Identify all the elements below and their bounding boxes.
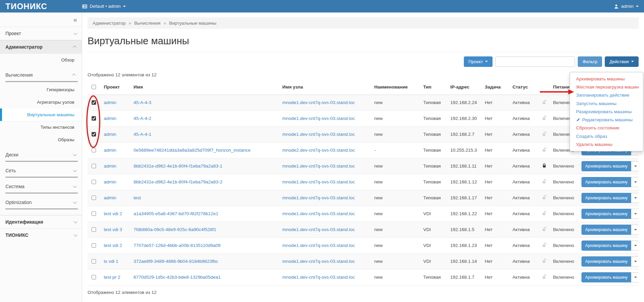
column-header-ip[interactable]: IP-адрес — [448, 79, 482, 95]
row-checkbox[interactable] — [92, 227, 96, 232]
table-row[interactable]: test vdi 2 7707de57-126d-4bbb-a00b-81351… — [88, 237, 639, 253]
menu-item[interactable]: Запустить машины — [570, 99, 643, 107]
table-row[interactable]: admin 45-A-4-2 mnode1.dev-cnt7q-ovs-03.s… — [88, 110, 639, 126]
menu-item[interactable]: Создать образ — [570, 132, 643, 140]
row-checkbox[interactable] — [92, 211, 96, 216]
table-row[interactable]: test vdi 2 a1a34905-e5a8-4367-bd70-f82f2… — [88, 206, 639, 222]
brand-logo[interactable]: ТИОНИКС — [0, 2, 82, 11]
project-link[interactable]: admin — [104, 148, 116, 153]
sidebar-item-virtual-machines[interactable]: Виртуальные машины — [0, 108, 82, 121]
row-checkbox[interactable] — [92, 164, 96, 168]
breadcrumb-link-admin[interactable]: Администратор — [93, 21, 125, 26]
host-link[interactable]: mnode1.dev-cnt7q-ovs-03.stand.loc — [282, 243, 355, 248]
project-link[interactable]: admin — [104, 100, 116, 105]
table-row[interactable]: admin test mnode1.dev-cnt7q-ovs-03.stand… — [88, 190, 639, 206]
vm-name-link[interactable]: a1a34905-e5a8-4367-bd70-f82f278b12e1 — [134, 211, 218, 216]
sidebar-collapse-button[interactable]: « — [73, 16, 77, 23]
archive-vm-button[interactable]: Архивировать машину — [581, 161, 631, 171]
vm-name-link[interactable]: 45-A-4-2 — [134, 116, 151, 121]
vm-name-link[interactable]: 45-A-4-3 — [134, 100, 151, 105]
host-link[interactable]: mnode2.dev-cnt7q-ovs-03.stand.loc — [282, 148, 355, 153]
sidebar-group-network[interactable]: Сеть — [5, 166, 78, 178]
table-row[interactable]: admin 8bb2431e-d962-4e1b-80f4-f1eba79a2a… — [88, 174, 639, 190]
column-header-host[interactable]: Имя узла — [280, 79, 372, 95]
row-actions-toggle[interactable] — [631, 272, 639, 282]
sidebar-group-compute[interactable]: Вычисления — [5, 70, 78, 82]
row-actions-toggle[interactable] — [631, 161, 639, 171]
row-checkbox[interactable] — [92, 132, 96, 136]
table-row[interactable]: ts vdi 1 372ae8f9-3489-4866-9b04-8184b98… — [88, 253, 639, 269]
user-menu[interactable]: admin — [614, 4, 644, 9]
sidebar-section-identity[interactable]: Идентификация — [0, 215, 82, 228]
row-checkbox[interactable] — [92, 180, 96, 184]
project-link[interactable]: admin — [104, 179, 116, 184]
sidebar-item-host-aggregates[interactable]: Агрегаторы узлов — [0, 96, 82, 108]
table-row[interactable]: admin 45-A-4-3 mnode1.dev-cnt7q-ovs-03.s… — [88, 95, 639, 110]
archive-vm-button[interactable]: Архивировать машину — [581, 241, 631, 251]
row-checkbox[interactable] — [92, 100, 96, 105]
vm-name-link[interactable]: 45-A-4-1 — [134, 132, 151, 137]
sidebar-item-flavors[interactable]: Типы инстансов — [0, 121, 82, 133]
host-link[interactable]: mnode1.dev-cnt7q-ovs-03.stand.loc — [282, 116, 355, 121]
sidebar-section-admin[interactable]: Администратор — [0, 40, 82, 54]
sidebar-group-optimization[interactable]: Optimization — [5, 198, 78, 209]
host-link[interactable]: mnode1.dev-cnt7q-ovs-03.stand.loc — [282, 179, 355, 184]
host-link[interactable]: mnode1.dev-cnt7q-ovs-03.stand.loc — [282, 227, 355, 232]
menu-item[interactable]: Жесткая перезагрузка машин — [570, 83, 643, 91]
project-link[interactable]: test pr 2 — [104, 275, 120, 280]
column-header-task[interactable]: Задача — [482, 79, 510, 95]
row-actions-toggle[interactable] — [631, 209, 639, 219]
column-header-status[interactable]: Статус — [510, 79, 538, 95]
archive-vm-button[interactable]: Архивировать машину — [581, 193, 631, 203]
select-all-checkbox[interactable] — [92, 85, 96, 89]
menu-item[interactable]: Запланировать действие — [570, 91, 643, 99]
menu-item[interactable]: Разархивировать машины — [570, 107, 643, 116]
vm-name-link[interactable]: test — [134, 195, 141, 200]
sidebar-group-volumes[interactable]: Диски — [5, 150, 78, 162]
menu-item[interactable]: Редактировать машины — [570, 116, 643, 124]
column-header-project[interactable]: Проект — [101, 79, 131, 95]
vm-name-link[interactable]: 8bb2431e-d962-4e1b-80f4-f1eba79a2a83-1 — [134, 163, 222, 169]
table-row[interactable]: admin 45-A-4-1 mnode1.dev-cnt7q-ovs-03.s… — [88, 126, 639, 142]
vm-name-link[interactable]: 6770d529-1d5c-42b3-bde8-1329ba05dea1 — [134, 275, 220, 280]
row-actions-toggle[interactable] — [631, 193, 639, 203]
vm-name-link[interactable]: 7fdb880a-09c5-48e9-925c-6a90c4f528f1 — [134, 227, 216, 232]
menu-item[interactable]: Архивировать машины — [570, 75, 643, 83]
row-checkbox[interactable] — [92, 243, 96, 248]
project-link[interactable]: admin — [104, 195, 116, 200]
project-link[interactable]: ts vdi 1 — [104, 259, 118, 264]
sidebar-group-system[interactable]: Система — [5, 182, 78, 194]
table-row[interactable]: test pr 2 6770d529-1d5c-42b3-bde8-1329ba… — [88, 269, 639, 285]
table-row[interactable]: test vdi 3 7fdb880a-09c5-48e9-925c-6a90c… — [88, 222, 639, 237]
sidebar-section-tionix[interactable]: ТИОНИКС — [0, 228, 82, 242]
sidebar-item-hypervisors[interactable]: Гипервизоры — [0, 83, 82, 96]
row-checkbox[interactable] — [92, 196, 96, 200]
row-actions-toggle[interactable] — [631, 225, 639, 235]
breadcrumb-link-compute[interactable]: Вычисления — [134, 21, 161, 26]
vm-name-link[interactable]: 7707de57-126d-4bbb-a00b-8135110d9a09 — [134, 243, 220, 248]
project-link[interactable]: test vdi 2 — [104, 211, 122, 216]
menu-item[interactable]: Сбросить состояние — [570, 124, 643, 132]
filter-button[interactable]: Фильтр — [578, 56, 602, 67]
sidebar-section-project[interactable]: Проект — [0, 27, 82, 40]
host-link[interactable]: mnode1.dev-cnt7q-ovs-03.stand.loc — [282, 100, 355, 105]
row-checkbox[interactable] — [92, 259, 96, 263]
actions-button[interactable]: Действия — [605, 56, 639, 67]
context-switcher[interactable]: Default • admin — [82, 4, 126, 9]
project-filter-button[interactable]: Проект — [464, 56, 493, 67]
vm-name-link[interactable]: 372ae8f9-3489-4866-9b04-8184b9823fbc — [134, 259, 218, 264]
archive-vm-button[interactable]: Архивировать машину — [581, 177, 631, 187]
column-header-description[interactable]: Наименование — [372, 79, 421, 95]
row-actions-toggle[interactable] — [631, 177, 639, 187]
archive-vm-button[interactable]: Архивировать машину — [581, 272, 631, 282]
host-link[interactable]: mnode1.dev-cnt7q-ovs-03.stand.loc — [282, 211, 355, 216]
table-row[interactable]: admin 8bb2431e-d962-4e1b-80f4-f1eba79a2a… — [88, 158, 639, 174]
row-actions-toggle[interactable] — [631, 241, 639, 251]
project-link[interactable]: test vdi 3 — [104, 227, 122, 232]
row-checkbox[interactable] — [92, 148, 96, 152]
project-link[interactable]: admin — [104, 116, 116, 121]
menu-item[interactable]: Удалить машины — [570, 140, 643, 148]
sidebar-item-overview[interactable]: Обзор — [0, 54, 82, 66]
row-checkbox[interactable] — [92, 275, 96, 279]
host-link[interactable]: mnode1.dev-cnt7q-ovs-03.stand.loc — [282, 259, 355, 264]
